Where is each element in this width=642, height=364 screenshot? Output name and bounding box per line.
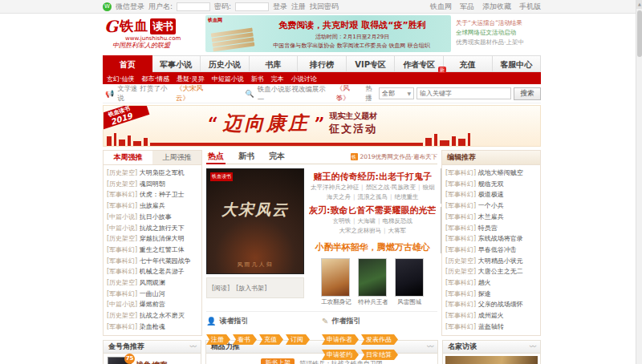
small-book-cover[interactable]: 特种兵王者 — [358, 258, 387, 306]
book-list-item[interactable]: [军事科幻] 父亲的战场缅怀 — [445, 299, 537, 310]
book-list-item[interactable]: [军事科幻] 重生之红警工体 — [107, 245, 198, 256]
book-list-item[interactable]: [历史架空] 穿越抗清保大明 — [107, 233, 198, 245]
more-icon[interactable]: 〰 — [190, 341, 197, 353]
login-link[interactable]: 登录 — [273, 2, 287, 12]
side-note-link[interactable]: 关于“大运擂台”活动结果 — [456, 18, 541, 28]
book-list-item[interactable]: [军事科幻] 战地大蟒闯贼空 — [445, 168, 537, 179]
tab-6[interactable]: 作者专区 — [395, 55, 444, 72]
book-list-item[interactable]: [军事科幻] 舰临无双 — [445, 179, 537, 190]
header-ad-banner[interactable]: 铁血网 免费阅读，共克时艰 取得战“疫”胜利 活动时间：2月1日至2月29日 中… — [205, 15, 451, 52]
book-list-item[interactable]: [军事科幻] 趟火 — [445, 277, 537, 289]
link[interactable]: 军品 — [460, 2, 474, 12]
link[interactable]: 大海啸 — [357, 217, 376, 224]
book-list-item[interactable]: [军事科幻] 染血枪魂 — [107, 322, 198, 333]
headline-3[interactable]: 小酌半杯韶华，腾燃万古雄心 — [309, 242, 436, 253]
headline-2[interactable]: 灰刃:致命匕首不需要耀眼的光芒 — [309, 205, 436, 216]
link[interactable]: 电梯反恐战 — [382, 217, 412, 224]
book-list-item[interactable]: [军事科幻] 伏虎：种子卫士 — [107, 189, 198, 200]
guide-step-button[interactable]: 看书 — [233, 334, 257, 345]
guide-step-button[interactable]: 申请签约 — [322, 350, 359, 360]
link[interactable]: 禁区之战·民族政变 — [366, 184, 416, 191]
tab-0[interactable]: 热点 — [206, 149, 226, 164]
more-icon[interactable]: 〰 — [530, 341, 536, 353]
book-list-item[interactable]: [军事科幻] 东线战场将官录 — [445, 233, 537, 245]
guide-step-button[interactable]: 申请作者 — [322, 334, 359, 345]
link[interactable]: 大宋之虎林驸马 — [339, 227, 381, 234]
scrollbar[interactable]: ▲ — [636, 0, 642, 364]
link[interactable]: 太平洋神兵之神征 — [311, 184, 359, 191]
book-list-item[interactable]: [历史架空] 风雨观澜 — [107, 277, 198, 289]
tab-0[interactable]: 首页 — [103, 55, 152, 72]
award-notice-link[interactable]: 铁 2019优秀网文作品·遍布天下 — [351, 153, 437, 161]
guide-step-button[interactable]: 注册 — [206, 334, 230, 345]
tab-8[interactable]: 客服中心 — [493, 55, 542, 72]
tab-2[interactable]: 历史小说 — [201, 55, 250, 72]
book-list-item[interactable]: [历史架空] 大明枭臣之军机 — [107, 168, 198, 179]
tab-4[interactable]: 排行榜 — [298, 55, 347, 72]
password-input[interactable] — [235, 2, 269, 11]
book-list-item[interactable]: [军事科幻] 一曲山河 — [107, 289, 198, 300]
link[interactable]: 新书 — [251, 75, 264, 83]
book-list-item[interactable]: [军事科幻] 七十年代菜园战争 — [107, 256, 198, 267]
search-button[interactable]: 搜索 — [514, 87, 541, 100]
search-scope-select[interactable]: 全部▼ — [379, 87, 414, 99]
scroll-up-arrow-icon[interactable]: ▲ — [636, 0, 642, 9]
link[interactable]: 悬疑·灵异 — [177, 75, 205, 83]
forgot-password-link[interactable]: 找回密码 — [310, 2, 339, 12]
link[interactable]: 都市·情感 — [142, 75, 170, 83]
book-list-item[interactable]: [军事科幻] 木兰雇兵 — [445, 212, 537, 223]
side-note-link[interactable]: 优秀现实题材作品·上架中 — [456, 38, 541, 47]
tab-1[interactable]: 军事小说 — [152, 55, 201, 72]
book-list-item[interactable]: [军事科幻] 极道极速 — [445, 189, 537, 200]
link[interactable]: 铁血网 — [430, 2, 452, 12]
tab-1[interactable]: 新书 — [237, 149, 256, 164]
book-list-item[interactable]: [军事科幻] 虫族雇兵 — [107, 200, 198, 212]
interview-photo[interactable] — [445, 356, 538, 364]
guide-step-button[interactable]: 日常结算 — [361, 350, 398, 360]
book-list-item[interactable]: [中篇小说] 抗战之旅行天下 — [107, 223, 198, 234]
book-list-item[interactable]: [军事科幻] 机械之老兵游子 — [107, 266, 198, 277]
guide-step-button[interactable]: 充值 — [259, 334, 283, 345]
big-book-cover[interactable]: 铁血读书 大宋风云 风雨几人归 — [206, 168, 304, 274]
reward-notice-book-link[interactable]: 《大宋风云》 — [176, 84, 217, 103]
link[interactable]: 中短篇小说 — [212, 75, 244, 83]
link[interactable]: 流浪之孤岛 — [357, 193, 388, 200]
username-input[interactable] — [177, 2, 210, 11]
tab-5[interactable]: VIP专区 — [347, 55, 396, 72]
link[interactable]: [阅读] — [212, 284, 230, 293]
campaign-banner[interactable]: 铁血读书 2019 “ 迈向康庄 ” 现实主义题材 征文活动 — [103, 105, 541, 147]
book-list-item[interactable]: [军事科幻] 早春低谷冲击 — [445, 245, 537, 256]
small-book-cover[interactable]: 工农翻身记 — [321, 258, 350, 306]
tab-7[interactable]: 充值 — [444, 55, 493, 72]
link[interactable]: 完本 — [271, 75, 284, 83]
link[interactable]: 手机版 — [519, 2, 541, 12]
link[interactable]: 大将军 — [388, 227, 406, 234]
adaptation-book-link[interactable]: 《风筝》 — [336, 84, 364, 103]
link[interactable]: 狼烟 — [422, 184, 434, 191]
book-list-item[interactable]: [历史架空] 魂回明朝 — [107, 179, 198, 190]
book-list-item[interactable]: [军事科幻] 特员营 — [445, 223, 537, 234]
link[interactable]: 海天之舟 — [327, 193, 351, 200]
site-logo[interactable]: G 铁血 读书 www.junshishu.com 中国胜利军人的联盟 — [104, 17, 202, 50]
link[interactable]: [放入书架] — [236, 284, 266, 293]
link[interactable]: 添加收藏 — [482, 2, 511, 12]
link[interactable]: 小说讨论 — [291, 75, 317, 83]
scrollbar-thumb[interactable] — [637, 10, 642, 57]
book-list-item[interactable]: [历史架空] 抗战之永不磨灭 — [107, 310, 198, 322]
link[interactable]: 绝境重生 — [394, 193, 418, 200]
search-input[interactable] — [416, 87, 511, 99]
book-list-item[interactable]: [历史架空] 大明精品小状元 — [445, 256, 537, 267]
tab-3[interactable]: 书库 — [250, 55, 299, 72]
guide-step-button[interactable]: 订阅 — [286, 334, 310, 345]
book-list-item[interactable]: [历史架空] 大唐公主之无二 — [445, 266, 537, 277]
small-book-cover[interactable]: 风雷围城 — [395, 258, 424, 306]
tab-1[interactable]: 上周强推 — [152, 151, 201, 164]
link[interactable]: 玄幻·仙侠 — [107, 75, 135, 83]
book-list-item[interactable]: [军事科幻] 一个小兵 — [445, 200, 537, 212]
register-link[interactable]: 注册 — [291, 2, 306, 12]
wechat-login-link[interactable]: 微信登录 — [116, 2, 144, 12]
book-list-item[interactable]: [军事科幻] 蓝盔轴转 — [445, 322, 537, 333]
tab-2[interactable]: 完本 — [267, 149, 286, 164]
golden-book-title[interactable]: 战争掮客 — [136, 360, 168, 364]
guide-step-button[interactable]: 发表作品 — [361, 334, 398, 345]
